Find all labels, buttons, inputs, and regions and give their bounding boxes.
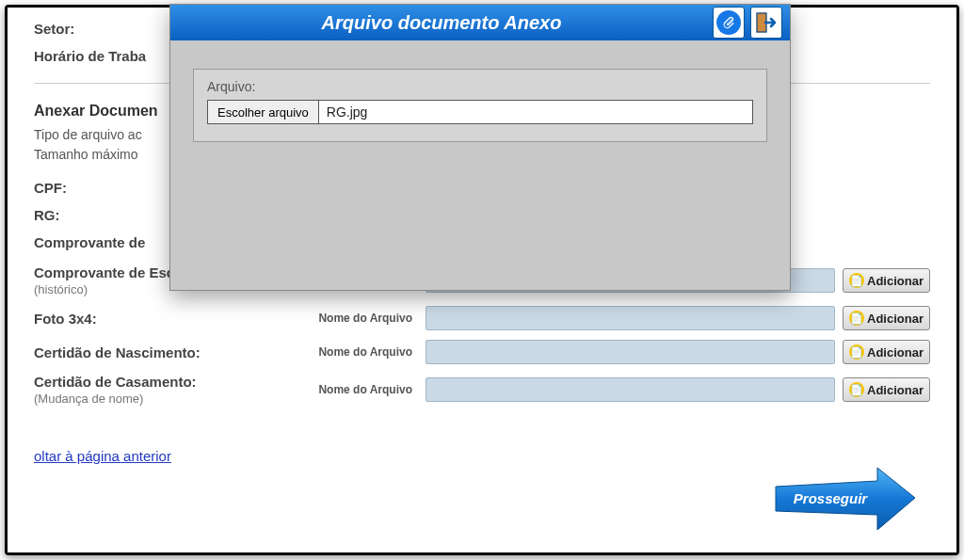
doc-row-nascimento: Certidão de Nascimento: Nome do Arquivo … (34, 335, 930, 369)
modal-title: Arquivo documento Anexo (170, 12, 713, 34)
doc-filename-input[interactable] (426, 306, 835, 330)
svg-text:Prosseguir: Prosseguir (794, 490, 869, 506)
adicionar-button[interactable]: 📄 Adicionar (843, 306, 930, 330)
document-icon: 📄 (849, 382, 864, 397)
attach-confirm-button[interactable] (713, 7, 745, 39)
arquivo-field-label: Arquivo: (207, 79, 753, 94)
exit-door-icon (754, 10, 779, 35)
doc-caption: Nome do Arquivo (305, 312, 418, 325)
document-icon: 📄 (849, 273, 864, 288)
tipo-arquivo-text: Tipo de arquivo ac (34, 127, 142, 142)
selected-file-name: RG.jpg (319, 101, 752, 123)
back-link[interactable]: oltar à página anterior (34, 448, 171, 464)
choose-file-button[interactable]: Escolher arquivo (208, 101, 319, 123)
prosseguir-button[interactable]: Prosseguir (768, 464, 919, 536)
arrow-right-icon: Prosseguir (768, 464, 919, 536)
doc-label: Foto 3x4: (34, 311, 297, 327)
adicionar-button[interactable]: 📄 Adicionar (843, 377, 930, 402)
doc-row-casamento: Certidão de Casamento: (Mudança de nome)… (34, 369, 930, 410)
adicionar-button[interactable]: 📄 Adicionar (843, 268, 930, 293)
document-icon: 📄 (849, 344, 864, 360)
paperclip-icon (716, 10, 741, 35)
doc-row-foto: Foto 3x4: Nome do Arquivo 📄 Adicionar (34, 301, 930, 335)
doc-caption: Nome do Arquivo (305, 383, 418, 396)
adicionar-button[interactable]: 📄 Adicionar (843, 340, 930, 364)
tamanho-maximo-text: Tamanho máximo (34, 147, 138, 162)
doc-caption: Nome do Arquivo (305, 345, 418, 359)
doc-label: Certidão de Casamento: (Mudança de nome) (34, 374, 297, 406)
doc-filename-input[interactable] (426, 340, 835, 364)
file-input-row: Escolher arquivo RG.jpg (207, 100, 753, 124)
modal-close-button[interactable] (750, 7, 782, 39)
doc-filename-input[interactable] (426, 377, 835, 402)
doc-label: Certidão de Nascimento: (34, 344, 297, 360)
attach-file-modal: Arquivo documento Anexo Arquivo: Escolhe… (169, 4, 791, 291)
document-icon: 📄 (849, 311, 864, 326)
